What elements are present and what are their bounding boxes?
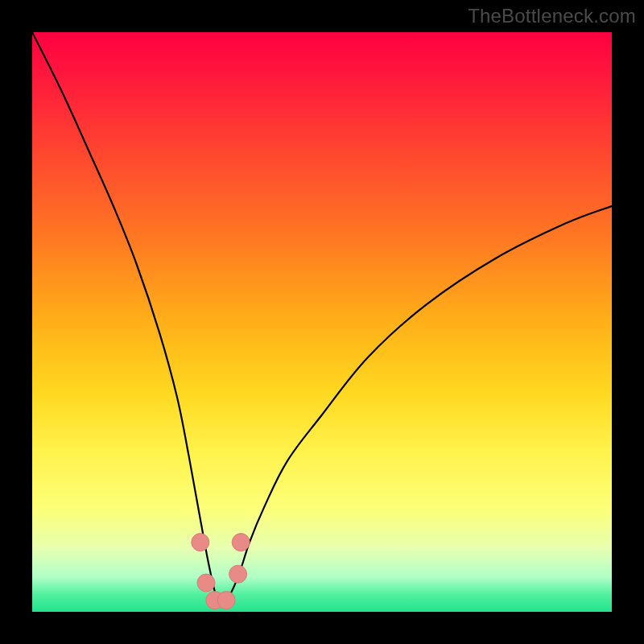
plot-area [32, 32, 612, 612]
bottleneck-curve [32, 32, 612, 605]
optimal-marker [192, 534, 209, 551]
optimal-marker [229, 565, 247, 583]
watermark-text: TheBottleneck.com [468, 5, 636, 27]
optimal-marker [217, 592, 235, 609]
optimal-marker [197, 574, 215, 592]
optimal-marker [232, 534, 250, 551]
curve-svg [32, 32, 612, 612]
optimal-markers [192, 534, 250, 609]
chart-frame: TheBottleneck.com [0, 0, 644, 644]
